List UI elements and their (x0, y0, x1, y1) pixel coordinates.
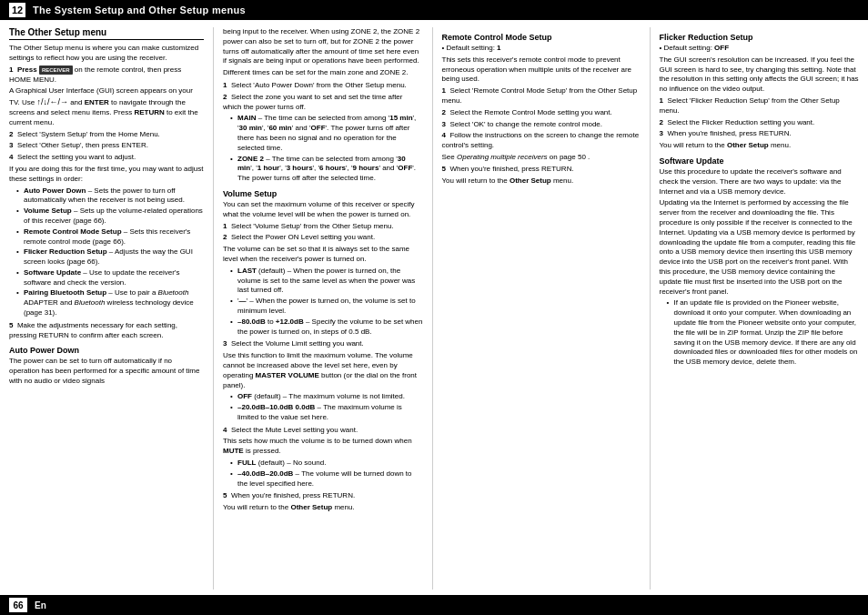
step1-num: 1 Press (9, 66, 39, 74)
bullet-autopowerdown: Auto Power Down – Sets the power to turn… (16, 187, 204, 207)
bullet-volumesetup: Volume Setup – Sets up the volume-relate… (16, 207, 204, 227)
software-bullet-1: If an update file is provided on the Pio… (667, 298, 860, 368)
step1: 1 Press RECEIVER on the remote control, … (9, 66, 204, 86)
flicker-step2: 2 Select the Flicker Reduction setting y… (660, 118, 860, 128)
vol-limit-range: –20.0dB–10.0dB 0.0dB – The maximum volum… (230, 403, 423, 423)
ap-step2: 2 Select the zone you want to set and se… (223, 93, 423, 113)
flicker-step1: 1 Select 'Flicker Reduction Setup' from … (660, 96, 860, 116)
software-internet: Updating via the Internet is performed b… (660, 198, 860, 297)
remote-step3: 3 Select 'OK' to change the remote contr… (442, 120, 641, 130)
divider-3 (650, 27, 651, 590)
divider-1 (213, 27, 214, 590)
flicker-title: Flicker Reduction Setup (660, 33, 860, 42)
bullet-remotecontrol: Remote Control Mode Setup – Sets this re… (16, 227, 204, 247)
column-4: Flicker Reduction Setup • Default settin… (654, 27, 860, 590)
vol-done-note: You will return to the Other Setup menu. (223, 503, 423, 513)
bullet-software: Software Update – Use to update the rece… (16, 268, 204, 288)
remote-step2: 2 Select the Remote Control Mode setting… (442, 108, 641, 118)
auto-power-note: Different times can be set for the main … (223, 68, 423, 78)
setup-bullets: Auto Power Down – Sets the power to turn… (9, 187, 204, 318)
step4-note: If you are doing this for the first time… (9, 165, 204, 185)
footer: 66 En (0, 595, 868, 615)
volume-intro: You can set the maximum volume of this r… (223, 200, 423, 220)
vol-step3: 3 Select the Volume Limit setting you wa… (223, 339, 423, 349)
remote-step4: 4 Follow the instructions on the screen … (442, 131, 641, 151)
header-page-num: 12 (9, 3, 25, 17)
flicker-done: You will return to the Other Setup menu. (660, 141, 860, 151)
other-setup-title: The Other Setup menu (9, 27, 204, 40)
vol-bullet-min: '—' – When the power is turned on, the v… (230, 297, 423, 317)
main-content: The Other Setup menu The Other Setup men… (0, 20, 868, 595)
bullet-pairing: Pairing Bluetooth Setup – Use to pair a … (16, 288, 204, 318)
remote-default: • Default setting: 1 (442, 44, 641, 54)
auto-power-text: The power can be set to turn off automat… (9, 357, 204, 386)
ap-bullets: MAIN – The time can be selected from amo… (223, 114, 423, 184)
step3: 3 Select 'Other Setup', then press ENTER… (9, 141, 204, 151)
software-intro: Use this procedure to update the receive… (660, 167, 860, 197)
remote-done: You will return to the Other Setup menu. (442, 176, 641, 187)
vol-limit-note: Use this function to limit the maximum v… (223, 351, 423, 390)
vol-step5: 5 When you're finished, press RETURN. (223, 491, 423, 501)
vol-bullet-range: –80.0dB to +12.0dB – Specify the volume … (230, 318, 423, 338)
footer-page-num: 66 (9, 598, 27, 612)
vol-bullets: LAST (default) – When the power is turne… (223, 267, 423, 338)
vol-step4: 4 Select the Mute Level setting you want… (223, 426, 423, 436)
vol-step2-note: The volume can be set so that it is alwa… (223, 245, 423, 265)
auto-power-title: Auto Power Down (9, 346, 204, 355)
step2: 2 Select 'System Setup' from the Home Me… (9, 130, 204, 140)
column-1: The Other Setup menu The Other Setup men… (9, 27, 209, 590)
software-title: Software Update (660, 156, 860, 166)
divider-2 (432, 27, 433, 590)
remote-step1: 1 Select 'Remote Control Mode Setup' fro… (442, 86, 641, 106)
auto-power-cont: being input to the receiver. When using … (223, 27, 423, 66)
vol-mute-bullets: FULL (default) – No sound. –40.0dB–20.0d… (223, 459, 423, 489)
flicker-intro: The GUI screen's resolution can be incre… (660, 55, 860, 95)
receiver-icon: RECEIVER (39, 66, 73, 75)
other-setup-intro: The Other Setup menu is where you can ma… (9, 44, 204, 64)
vol-bullet-last: LAST (default) – When the power is turne… (230, 267, 423, 296)
footer-lang: En (35, 600, 46, 610)
mute-full: FULL (default) – No sound. (230, 459, 423, 469)
page-wrapper: 12 The System Setup and Other Setup menu… (0, 0, 868, 615)
vol-limit-off: OFF (default) – The maximum volume is no… (230, 392, 423, 402)
flicker-default: • Default setting: OFF (660, 44, 860, 54)
header: 12 The System Setup and Other Setup menu… (0, 0, 868, 20)
column-3: Remote Control Mode Setup • Default sett… (437, 27, 646, 590)
mute-range: –40.0dB–20.0dB – The volume will be turn… (230, 469, 423, 489)
remote-title: Remote Control Mode Setup (442, 33, 641, 42)
ap-step1: 1 Select 'Auto Power Down' from the Othe… (223, 81, 423, 91)
column-2: being input to the receiver. When using … (217, 27, 429, 590)
step4: 4 Select the setting you want to adjust. (9, 153, 204, 163)
vol-mute-note: This sets how much the volume is to be t… (223, 437, 423, 457)
volume-setup-title: Volume Setup (223, 189, 423, 198)
software-bullets: If an update file is provided on the Pio… (660, 298, 860, 368)
step5: 5 Make the adjustments necessary for eac… (9, 321, 204, 341)
vol-step1: 1 Select 'Volume Setup' from the Other S… (223, 222, 423, 232)
remote-step5: 5 When you're finished, press RETURN. (442, 165, 641, 175)
ap-bullet-main: MAIN – The time can be selected from amo… (230, 114, 423, 153)
header-title: The System Setup and Other Setup menus (33, 5, 246, 15)
remote-ref: See Operating multiple receivers on page… (442, 153, 641, 163)
remote-intro: This sets this receiver's remote control… (442, 55, 641, 85)
step1-note: A Graphical User Interface (GUI) screen … (9, 86, 204, 127)
bullet-flicker: Flicker Reduction Setup – Adjusts the wa… (16, 247, 204, 267)
ap-bullet-zone2: ZONE 2 – The time can be selected from a… (230, 155, 423, 184)
vol-limit-bullets: OFF (default) – The maximum volume is no… (223, 392, 423, 422)
flicker-step3: 3 When you're finished, press RETURN. (660, 129, 860, 139)
vol-step2: 2 Select the Power ON Level setting you … (223, 233, 423, 243)
